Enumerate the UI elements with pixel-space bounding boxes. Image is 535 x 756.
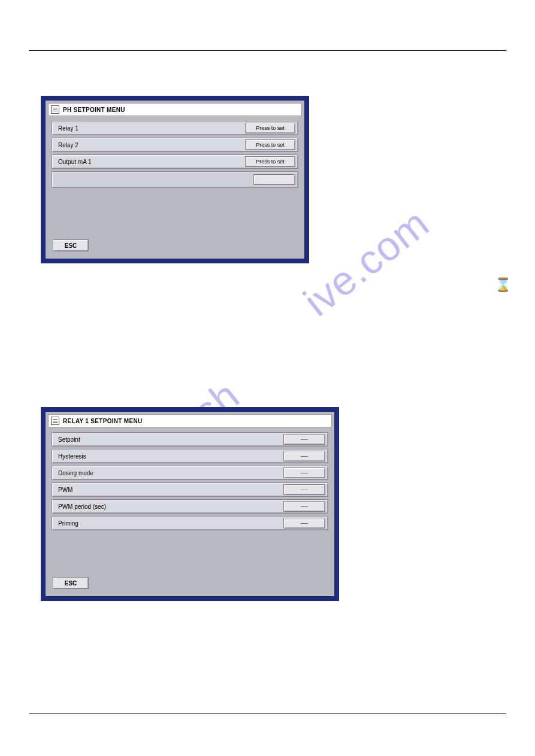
row-label: PWM: [58, 487, 72, 493]
row-priming[interactable]: Priming ----: [52, 516, 328, 530]
row-relay2[interactable]: Relay 2 Press to set: [52, 138, 298, 152]
row-label: Relay 1: [58, 125, 78, 132]
row-hysteresis[interactable]: Hysteresis ----: [52, 449, 328, 463]
row-pwm[interactable]: PWM ----: [52, 482, 328, 497]
row-relay1[interactable]: Relay 1 Press to set: [52, 121, 298, 135]
esc-row: ESC: [53, 577, 89, 590]
row-output-ma1[interactable]: Output mA 1 Press to set: [52, 154, 298, 169]
watermark-part2: ive.com: [295, 199, 437, 325]
row-pwm-period[interactable]: PWM period (sec) ----: [52, 499, 328, 514]
value-button[interactable]: ----: [283, 501, 325, 512]
press-to-set-button[interactable]: Press to set: [245, 139, 295, 150]
esc-button[interactable]: ESC: [53, 577, 89, 589]
row-label: Hysteresis: [58, 453, 86, 460]
panel2-rows: Setpoint ---- Hysteresis ---- Dosing mod…: [46, 432, 334, 530]
row-label: Output mA 1: [58, 159, 92, 165]
row-label: Setpoint: [58, 436, 80, 443]
panel-title-bar: PH SETPOINT MENU: [48, 103, 302, 116]
blank-button: [253, 174, 295, 185]
value-button[interactable]: ----: [283, 451, 325, 462]
row-setpoint[interactable]: Setpoint ----: [52, 432, 328, 447]
relay1-setpoint-menu-panel: RELAY 1 SETPOINT MENU Setpoint ---- Hyst…: [41, 407, 339, 601]
value-button[interactable]: ----: [283, 434, 325, 445]
row-label: Priming: [58, 520, 78, 527]
menu-icon: [51, 417, 59, 425]
row-label: Relay 2: [58, 142, 78, 148]
page-rule-bottom: [29, 714, 506, 714]
panel-title: PH SETPOINT MENU: [63, 107, 125, 113]
press-to-set-button[interactable]: Press to set: [245, 156, 295, 167]
value-button[interactable]: ----: [283, 467, 325, 478]
page-rule-top: [29, 50, 506, 51]
hourglass-icon: ⌛: [495, 277, 511, 293]
row-label: Dosing mode: [58, 470, 93, 476]
ph-setpoint-menu-panel: PH SETPOINT MENU Relay 1 Press to set Re…: [41, 96, 309, 263]
row-label: PWM period (sec): [58, 503, 106, 510]
row-dosing-mode[interactable]: Dosing mode ----: [52, 466, 328, 480]
press-to-set-button[interactable]: Press to set: [245, 123, 295, 133]
panel-title: RELAY 1 SETPOINT MENU: [63, 418, 142, 424]
esc-row: ESC: [53, 239, 89, 252]
panel-title-bar: RELAY 1 SETPOINT MENU: [48, 414, 332, 427]
value-button[interactable]: ----: [283, 518, 325, 529]
menu-icon: [51, 105, 59, 114]
esc-button[interactable]: ESC: [53, 239, 89, 251]
row-blank: [52, 171, 298, 188]
panel1-rows: Relay 1 Press to set Relay 2 Press to se…: [46, 121, 304, 188]
value-button[interactable]: ----: [283, 484, 325, 495]
